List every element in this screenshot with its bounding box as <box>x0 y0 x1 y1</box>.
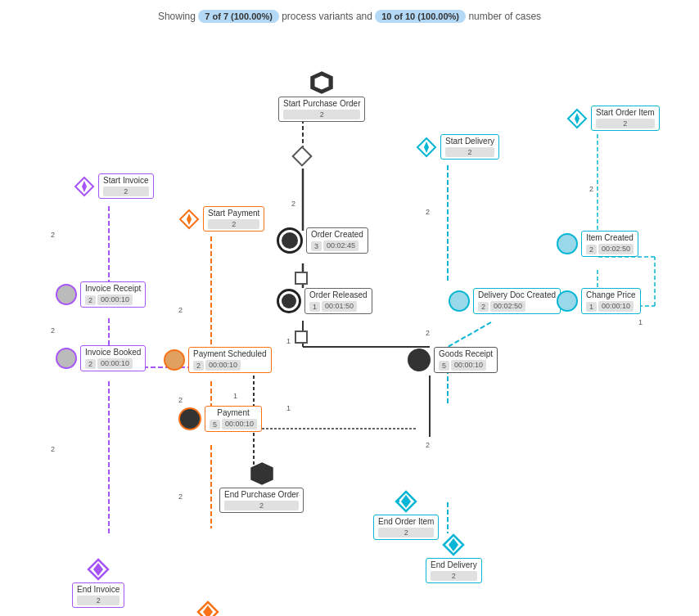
payment-time: 00:00:10 <box>222 419 257 429</box>
change-price-count: 1 <box>586 302 597 312</box>
svg-marker-34 <box>93 563 103 576</box>
invoice-receipt-time: 00:00:10 <box>97 295 133 305</box>
order-released-count: 1 <box>309 302 320 312</box>
change-price-time: 00:00:10 <box>598 301 634 312</box>
payment-count: 5 <box>210 420 220 429</box>
svg-marker-36 <box>187 214 192 225</box>
svg-marker-40 <box>424 142 429 153</box>
node-goods-receipt: Goods Receipt 5 00:00:10 <box>408 347 498 373</box>
goods-receipt-count: 5 <box>439 361 449 371</box>
flow-label-12: 1 <box>286 337 291 345</box>
invoice-receipt-count: 2 <box>85 295 96 305</box>
flow-label-15: 1 <box>638 318 643 326</box>
payment-scheduled-count: 2 <box>193 361 204 371</box>
svg-marker-44 <box>401 495 411 508</box>
start-purchase-order-label: Start Purchase Order <box>283 99 360 109</box>
start-invoice-label: Start Invoice <box>103 176 149 186</box>
header-suffix: number of cases <box>468 11 541 22</box>
node-start-invoice: Start Invoice 2 <box>74 173 154 199</box>
svg-line-16 <box>448 322 491 347</box>
payment-scheduled-time: 00:00:10 <box>205 360 241 371</box>
end-invoice-count: 2 <box>77 596 120 605</box>
invoice-booked-time: 00:00:10 <box>97 358 133 369</box>
node-invoice-receipt: Invoice Receipt 2 00:00:10 <box>56 281 146 308</box>
node-item-created: Item Created 2 00:02:50 <box>557 231 638 257</box>
node-start-order-item: Start Order Item 2 <box>566 106 660 131</box>
flow-label-10: 2 <box>426 441 430 449</box>
item-created-count: 2 <box>586 245 597 254</box>
start-order-item-label: Start Order Item <box>596 108 655 118</box>
order-released-label: Order Released <box>309 290 368 300</box>
flow-label-2: 2 <box>51 326 55 335</box>
svg-marker-32 <box>82 181 87 192</box>
node-end-order-item: End Order Item 2 <box>373 490 439 540</box>
flow-label-5: 2 <box>178 396 183 404</box>
flow-label-14: 1 <box>233 392 237 400</box>
delivery-doc-created-time: 00:02:50 <box>490 301 525 312</box>
end-invoice-label: End Invoice <box>77 585 120 595</box>
flow-label-1: 2 <box>51 231 55 239</box>
node-end-invoice: End Invoice 2 <box>72 558 124 608</box>
flow-label-6: 2 <box>178 492 183 501</box>
start-purchase-order-count: 2 <box>283 110 360 119</box>
end-delivery-count: 2 <box>431 571 477 581</box>
end-order-item-count: 2 <box>378 528 434 537</box>
node-start-delivery: Start Delivery 2 <box>416 134 499 160</box>
invoice-receipt-label: Invoice Receipt <box>85 284 141 294</box>
flow-label-4: 2 <box>178 306 183 314</box>
start-order-item-count: 2 <box>596 119 655 128</box>
node-start-purchase-order: Start Purchase Order 2 <box>278 70 365 122</box>
change-price-label: Change Price <box>586 290 636 300</box>
cases-badge: 10 of 10 (100.00%) <box>375 10 466 23</box>
invoice-booked-count: 2 <box>85 359 96 369</box>
variants-badge: 7 of 7 (100.00%) <box>198 10 279 23</box>
flow-label-9: 2 <box>426 329 430 337</box>
node-end-purchase-order: End Purchase Order 2 <box>219 461 304 513</box>
end-purchase-order-count: 2 <box>224 501 299 510</box>
header: Showing 7 of 7 (100.00%) process variant… <box>0 0 699 28</box>
start-payment-count: 2 <box>208 219 259 229</box>
flow-label-7: 2 <box>291 200 295 208</box>
start-delivery-count: 2 <box>445 147 494 157</box>
gateway-1 <box>295 149 309 164</box>
node-delivery-doc-created: Delivery Doc Created 2 00:02:50 <box>449 288 561 314</box>
node-payment-scheduled: Payment Scheduled 2 00:00:10 <box>164 347 272 373</box>
item-created-label: Item Created <box>586 233 634 243</box>
start-delivery-label: Start Delivery <box>445 137 494 146</box>
node-payment: Payment 5 00:00:10 <box>178 406 262 432</box>
node-end-payment: End Payment 2 <box>178 600 237 616</box>
delivery-doc-created-count: 2 <box>478 302 489 312</box>
start-invoice-count: 2 <box>103 187 149 196</box>
flow-label-8: 2 <box>426 208 430 216</box>
order-released-time: 00:01:50 <box>322 301 357 312</box>
flow-label-13: 1 <box>286 404 291 412</box>
flow-label-3: 2 <box>51 445 55 453</box>
node-order-created: Order Created 3 00:02:45 <box>277 227 368 254</box>
payment-label: Payment <box>210 408 257 418</box>
node-start-payment: Start Payment 2 <box>178 206 264 232</box>
payment-scheduled-label: Payment Scheduled <box>193 349 267 359</box>
end-purchase-order-label: End Purchase Order <box>224 490 299 500</box>
order-created-label: Order Created <box>311 230 363 240</box>
order-created-count: 3 <box>311 241 322 251</box>
node-end-delivery: End Delivery 2 <box>426 533 482 583</box>
gateway-3 <box>295 330 308 344</box>
item-created-time: 00:02:50 <box>598 244 634 254</box>
node-change-price: Change Price 1 00:00:10 <box>557 288 641 314</box>
flow-label-11: 2 <box>589 185 593 193</box>
end-delivery-label: End Delivery <box>431 560 477 570</box>
delivery-doc-created-label: Delivery Doc Created <box>478 290 556 300</box>
end-order-item-label: End Order Item <box>378 517 434 527</box>
diagram-area: Start Purchase Order 2 Order Created 3 0… <box>0 28 699 609</box>
node-invoice-booked: Invoice Booked 2 00:00:10 <box>56 345 146 371</box>
gateway-2 <box>295 272 308 285</box>
start-payment-label: Start Payment <box>208 209 259 218</box>
node-order-released: Order Released 1 00:01:50 <box>277 288 372 314</box>
invoice-booked-label: Invoice Booked <box>85 348 141 357</box>
order-created-time: 00:02:45 <box>323 241 359 251</box>
header-middle: process variants and <box>282 11 372 22</box>
goods-receipt-label: Goods Receipt <box>439 349 493 359</box>
header-prefix: Showing <box>158 11 196 22</box>
goods-receipt-time: 00:00:10 <box>451 360 486 371</box>
svg-marker-42 <box>449 538 458 551</box>
